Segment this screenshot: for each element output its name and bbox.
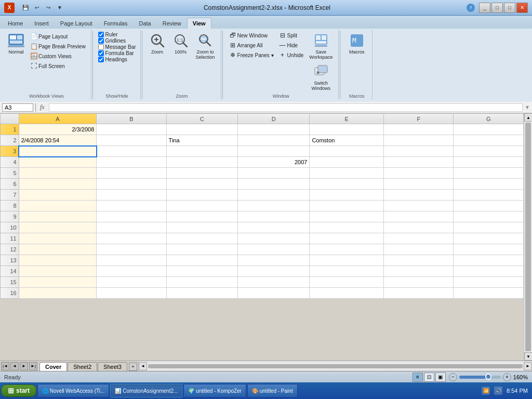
cell-F1[interactable]: [384, 124, 454, 135]
cell-D2[interactable]: [238, 135, 310, 146]
zoom-100-btn[interactable]: 1:1 100%: [170, 31, 192, 56]
minimize-btn[interactable]: _: [479, 3, 490, 13]
page-layout-status-btn[interactable]: ⊡: [424, 373, 434, 382]
freeze-panes-btn[interactable]: ❄ Freeze Panes ▾: [227, 50, 276, 60]
formula-bar-checkbox[interactable]: [98, 50, 104, 56]
cell-A10[interactable]: [19, 222, 97, 233]
page-break-status-btn[interactable]: ▣: [435, 373, 446, 382]
page-break-preview-btn[interactable]: 📋 Page Break Preview: [28, 42, 88, 51]
cell-C3[interactable]: [166, 146, 237, 157]
taskbar-item-kompozer[interactable]: 🌍 untitled - KompoZer: [183, 384, 246, 397]
normal-view-status-btn[interactable]: ≡: [413, 373, 423, 382]
col-header-F[interactable]: F: [384, 114, 454, 124]
cell-C4[interactable]: [166, 157, 237, 168]
close-btn[interactable]: ✕: [516, 3, 528, 13]
tab-page-layout[interactable]: Page Layout: [55, 18, 98, 29]
taskbar-item-novell[interactable]: 🌐 Novell WebAccess (Ti...: [37, 384, 109, 397]
cell-A2[interactable]: 2/4/2008 20:54: [19, 135, 97, 146]
formula-bar-checkbox-item[interactable]: Formula Bar: [98, 50, 136, 56]
tab-home[interactable]: Home: [2, 18, 29, 29]
cell-A7[interactable]: [19, 190, 97, 201]
ruler-checkbox[interactable]: [98, 32, 104, 37]
redo-quick-btn[interactable]: ↪: [44, 3, 53, 12]
scroll-left-btn[interactable]: ◄: [139, 362, 147, 370]
cell-F3[interactable]: [384, 146, 454, 157]
start-button[interactable]: ⊞ start: [1, 384, 36, 397]
cell-G1[interactable]: [454, 124, 524, 135]
cell-B4[interactable]: [97, 157, 166, 168]
cell-F2[interactable]: [384, 135, 454, 146]
cell-A3[interactable]: [19, 146, 97, 157]
scroll-thumb-h[interactable]: [148, 364, 523, 368]
help-icon[interactable]: ?: [467, 4, 475, 12]
cell-E2[interactable]: Comston: [310, 135, 384, 146]
cell-G3[interactable]: [454, 146, 524, 157]
scroll-thumb-v[interactable]: [525, 123, 531, 351]
message-bar-checkbox-item[interactable]: Message Bar: [98, 44, 136, 50]
formula-input[interactable]: [49, 103, 523, 112]
scroll-down-btn[interactable]: ▼: [524, 352, 532, 361]
insert-sheet-btn[interactable]: +: [129, 363, 137, 371]
cell-C2[interactable]: Tina: [166, 135, 237, 146]
gridlines-checkbox-item[interactable]: Gridlines: [98, 38, 136, 44]
zoom-out-btn[interactable]: −: [449, 373, 457, 381]
scroll-up-btn[interactable]: ▲: [524, 113, 532, 122]
headings-checkbox-item[interactable]: Headings: [98, 57, 136, 62]
cell-E1[interactable]: [310, 124, 384, 135]
cell-G4[interactable]: [454, 157, 524, 168]
maximize-app-btn[interactable]: □: [504, 3, 515, 13]
cell-B2[interactable]: [97, 135, 166, 146]
sheet-tab-sheet3[interactable]: Sheet3: [98, 362, 127, 371]
expand-formula-icon[interactable]: ▼: [525, 104, 530, 110]
cell-A11[interactable]: [19, 233, 97, 244]
macros-btn[interactable]: M Macros: [346, 31, 368, 56]
taskbar-item-comston[interactable]: 📊 ComstonAssignment2...: [110, 384, 182, 397]
customize-quick-btn[interactable]: ▼: [55, 3, 64, 12]
cell-A5[interactable]: [19, 168, 97, 179]
arrange-all-btn[interactable]: ⊞ Arrange All: [227, 41, 276, 50]
hide-btn[interactable]: — Hide: [277, 41, 306, 50]
page-layout-btn[interactable]: 📄 Page Layout: [28, 32, 88, 41]
cell-B1[interactable]: [97, 124, 166, 135]
cell-A6[interactable]: [19, 179, 97, 190]
tab-insert[interactable]: Insert: [29, 18, 55, 29]
zoom-in-btn[interactable]: +: [503, 373, 511, 381]
maximize-btn[interactable]: □: [491, 3, 503, 13]
split-btn[interactable]: ⊟ Split: [277, 31, 306, 40]
cell-A13[interactable]: [19, 255, 97, 266]
save-workspace-btn[interactable]: SaveWorkspace: [307, 31, 335, 61]
normal-view-btn[interactable]: Normal: [5, 31, 27, 56]
cell-G2[interactable]: [454, 135, 524, 146]
ruler-checkbox-item[interactable]: Ruler: [98, 32, 136, 37]
cell-A1[interactable]: 2/3/2008: [19, 124, 97, 135]
cell-F4[interactable]: [384, 157, 454, 168]
sheet-tab-sheet2[interactable]: Sheet2: [68, 362, 97, 371]
full-screen-btn[interactable]: ⛶ Full Screen: [28, 61, 88, 71]
unhide-btn[interactable]: + Unhide: [277, 50, 306, 60]
col-header-B[interactable]: B: [97, 114, 166, 124]
sheet-tab-cover[interactable]: Cover: [39, 362, 67, 371]
cell-D1[interactable]: [238, 124, 310, 135]
cell-A9[interactable]: [19, 211, 97, 222]
col-header-C[interactable]: C: [166, 114, 237, 124]
cell-E4[interactable]: [310, 157, 384, 168]
cell-A16[interactable]: [19, 288, 97, 299]
new-window-btn[interactable]: 🗗 New Window: [227, 31, 276, 40]
cell-E3[interactable]: [310, 146, 384, 157]
formula-fx-icon[interactable]: fx: [38, 103, 47, 111]
tab-data[interactable]: Data: [133, 18, 156, 29]
cell-A14[interactable]: [19, 266, 97, 277]
zoom-btn[interactable]: Zoom: [147, 31, 168, 56]
gridlines-checkbox[interactable]: [98, 38, 104, 44]
zoom-slider[interactable]: [459, 376, 501, 379]
col-header-E[interactable]: E: [310, 114, 384, 124]
custom-views-btn[interactable]: 🪟 Custom Views: [28, 51, 88, 61]
sheet-nav-last[interactable]: ►|: [29, 362, 37, 370]
undo-quick-btn[interactable]: ↩: [32, 3, 42, 12]
tab-review[interactable]: Review: [157, 18, 187, 29]
switch-windows-btn[interactable]: SwitchWindows: [307, 62, 335, 92]
cell-B3[interactable]: [97, 146, 166, 157]
cell-A15[interactable]: [19, 277, 97, 288]
taskbar-item-paint[interactable]: 🎨 untitled - Paint: [247, 384, 298, 397]
zoom-to-selection-btn[interactable]: Zoom toSelection: [193, 31, 218, 61]
